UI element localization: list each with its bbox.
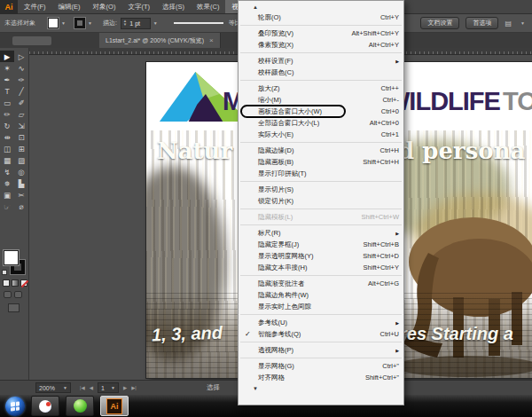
view-menu-item[interactable]: 锁定切片(K) <box>239 195 403 207</box>
taskbar-browser-button[interactable] <box>66 396 94 416</box>
view-menu-item[interactable]: ✓智能参考线(Q)Ctrl+U <box>239 328 403 340</box>
menu-object[interactable]: 对象(O) <box>87 0 122 13</box>
view-menu-item[interactable]: 隐藏渐变批注者Alt+Ctrl+G <box>239 278 403 289</box>
stroke-dropdown-icon[interactable]: ▼ <box>88 20 92 26</box>
magic-wand-tool[interactable]: ✶ <box>0 62 14 74</box>
zoom-dropdown-icon[interactable]: ▼ <box>63 385 67 390</box>
view-menu-item[interactable]: 参考线(U)▶ <box>239 317 403 328</box>
next-artboard-button[interactable]: ▶ <box>123 385 127 390</box>
start-button[interactable] <box>5 397 25 416</box>
view-menu-item[interactable]: 像素预览(X)Alt+Ctrl+Y <box>239 39 403 51</box>
view-menu-item[interactable]: 显示透明度网格(Y)Shift+Ctrl+D <box>239 250 403 262</box>
default-swatches-icon[interactable] <box>2 270 7 275</box>
stroke-weight-dropdown-icon[interactable]: ▼ <box>153 20 158 26</box>
pen-tool[interactable]: ✒ <box>0 74 14 85</box>
fill-color-swatch[interactable] <box>48 18 59 28</box>
screen-mode-button[interactable] <box>8 303 20 312</box>
pencil-tool[interactable]: ✏ <box>0 108 14 120</box>
shape-builder-tool[interactable]: ◫ <box>0 143 14 154</box>
view-menu-item[interactable]: 轮廓(O)Ctrl+Y <box>239 12 403 23</box>
first-artboard-button[interactable]: |◀ <box>80 385 85 390</box>
view-menu-item[interactable]: 隐藏边缘(D)Ctrl+H <box>239 145 403 156</box>
view-menu-item[interactable]: 缩小(M)Ctrl+- <box>239 94 403 106</box>
last-artboard-button[interactable]: ▶| <box>131 385 137 390</box>
panel-options-icon[interactable]: ▤ <box>505 20 512 28</box>
fill-swatch[interactable] <box>4 250 19 265</box>
view-menu-item[interactable]: 标尺(R)▶ <box>239 227 403 239</box>
view-menu-item[interactable]: 对齐网格Shift+Ctrl+" <box>239 372 403 383</box>
curvature-tool[interactable]: ✑ <box>14 74 28 85</box>
zoom-tool[interactable]: ⌀ <box>14 201 28 212</box>
view-menu-item[interactable]: 隐藏文本串接(H)Shift+Ctrl+Y <box>239 262 403 273</box>
close-tab-icon[interactable]: × <box>209 36 214 44</box>
view-menu-item[interactable]: 透视网格(P)▶ <box>239 344 403 356</box>
menu-type[interactable]: 文字(T) <box>121 0 156 13</box>
scroll-down-arrow-icon[interactable]: ▼ <box>239 383 403 393</box>
none-button[interactable] <box>20 279 27 287</box>
view-menu-item[interactable]: 显示切片(S) <box>239 184 403 195</box>
stepper-arrows-icon[interactable]: ▲▼ <box>123 20 127 27</box>
view-menu-item: 隐藏模板(L)Shift+Ctrl+W <box>239 211 403 223</box>
free-transform-tool[interactable]: ⊡ <box>14 131 28 143</box>
eraser-tool[interactable]: ▱ <box>14 108 28 120</box>
view-menu-item[interactable]: 隐藏定界框(J)Shift+Ctrl+B <box>239 239 403 250</box>
view-menu-item[interactable]: 隐藏边角构件(W) <box>239 289 403 301</box>
width-tool[interactable]: ⇹ <box>0 131 14 143</box>
mesh-tool[interactable]: ▦ <box>0 154 14 166</box>
type-tool[interactable]: T <box>0 85 14 97</box>
symbol-sprayer-tool[interactable]: ✵ <box>0 177 14 189</box>
view-menu-item[interactable]: 隐藏画板(B)Shift+Ctrl+H <box>239 156 403 168</box>
previous-artboard-button[interactable]: ◀ <box>90 385 93 390</box>
view-menu-item[interactable]: 显示网格(G)Ctrl+" <box>239 360 403 372</box>
taskbar-media-player-button[interactable] <box>31 396 59 416</box>
paintbrush-tool[interactable]: ✐ <box>14 97 28 108</box>
menubar-items: 文件(F)编辑(E)对象(O)文字(T)选择(S)效果(C)视图(V) <box>18 0 260 13</box>
menu-select[interactable]: 选择(S) <box>156 0 191 13</box>
draw-normal-button[interactable] <box>4 291 12 298</box>
stroke-color-swatch[interactable] <box>74 18 85 28</box>
slice-tool[interactable]: ✂ <box>14 189 28 201</box>
menu-effect[interactable]: 效果(C) <box>191 0 225 13</box>
view-menu-item[interactable]: 叠印预览(V)Alt+Shift+Ctrl+Y <box>239 28 403 39</box>
zoom-level-select[interactable]: 200% ▼ <box>35 382 71 393</box>
hand-tool[interactable]: ☞ <box>0 201 14 212</box>
direct-selection-tool[interactable]: ▷ <box>14 51 28 62</box>
view-menu-item[interactable]: 显示实时上色间隙 <box>239 301 403 312</box>
workspace-chip[interactable] <box>12 36 51 45</box>
view-menu-item[interactable]: 画板适合窗口大小(W)Ctrl+0 <box>239 106 403 117</box>
artboard-number-select[interactable]: 1▼ <box>98 382 119 393</box>
color-button[interactable] <box>3 279 10 287</box>
view-menu-item[interactable]: 实际大小(E)Ctrl+1 <box>239 129 403 140</box>
view-menu-item[interactable]: 校样颜色(C) <box>239 67 403 78</box>
scale-tool[interactable]: ⇲ <box>14 120 28 131</box>
view-menu-item[interactable]: 放大(Z)Ctrl++ <box>239 83 403 94</box>
selection-tool[interactable]: ▶ <box>0 51 14 62</box>
artboard-tool[interactable]: ▣ <box>0 189 14 201</box>
document-tab[interactable]: L1start_2.ai* @ 200% (CMYK/预览) × <box>99 33 221 48</box>
rotate-tool[interactable]: ↻ <box>0 120 14 131</box>
menu-edit[interactable]: 编辑(E) <box>52 0 87 13</box>
document-setup-button[interactable]: 文档设置 <box>420 17 459 29</box>
column-graph-tool[interactable]: ▙ <box>14 177 28 189</box>
view-menu-item[interactable]: 显示打印拼贴(T) <box>239 168 403 179</box>
rectangle-tool[interactable]: ▭ <box>0 97 14 108</box>
lasso-tool[interactable]: ∿ <box>14 62 28 74</box>
taskbar-illustrator-button[interactable]: Ai <box>100 396 129 416</box>
gradient-button[interactable] <box>12 279 19 287</box>
preferences-button[interactable]: 首选项 <box>466 17 498 29</box>
stroke-weight-stepper[interactable]: ▲▼1 pt <box>121 18 151 29</box>
draw-behind-button[interactable] <box>14 291 22 298</box>
panel-options-dropdown-icon[interactable]: ▼ <box>520 20 525 26</box>
submenu-arrow-icon: ▶ <box>395 320 399 326</box>
fill-dropdown-icon[interactable]: ▼ <box>61 20 66 26</box>
view-menu-item[interactable]: 全部适合窗口大小(L)Alt+Ctrl+0 <box>239 117 403 129</box>
scroll-up-arrow-icon[interactable]: ▲ <box>239 2 403 12</box>
menu-file[interactable]: 文件(F) <box>18 0 52 13</box>
blend-tool[interactable]: ◎ <box>14 166 28 177</box>
view-menu-item[interactable]: 校样设置(F)▶ <box>239 55 403 67</box>
gradient-tool[interactable]: ▨ <box>14 154 28 166</box>
eyedropper-tool[interactable]: ↯ <box>0 166 14 177</box>
perspective-grid-tool[interactable]: ⊞ <box>14 143 28 154</box>
line-segment-tool[interactable]: ╱ <box>14 85 28 97</box>
artboard-dropdown-icon[interactable]: ▼ <box>111 385 115 390</box>
